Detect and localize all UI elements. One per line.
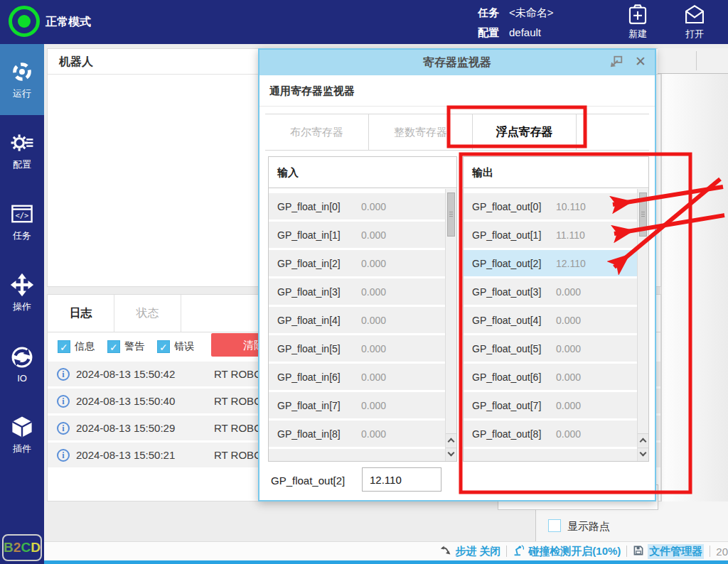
status-divider	[710, 546, 710, 557]
new-file-icon	[616, 3, 660, 27]
input-register-row[interactable]: GP_float_in[3]0.000	[269, 278, 445, 305]
output-register-row[interactable]: GP_float_out[0]10.110	[464, 193, 637, 219]
file-manager-button[interactable]: 文件管理器	[633, 544, 704, 559]
dialog-titlebar[interactable]: 寄存器监视器 ✕	[259, 50, 655, 75]
tab-int-registers[interactable]: 整数寄存器	[369, 114, 473, 150]
register-name: GP_float_in[1]	[277, 229, 341, 241]
gear-icon	[10, 130, 34, 156]
new-button-label: 新建	[628, 28, 647, 39]
output-register-row[interactable]: GP_float_out[5]0.000	[464, 335, 637, 362]
log-time: 2024-08-13 15:50:29	[76, 422, 184, 434]
input-register-row[interactable]: GP_float_in[7]0.000	[269, 392, 445, 418]
register-name: GP_float_in[3]	[277, 286, 341, 298]
input-register-row[interactable]: GP_float_in[5]0.000	[269, 335, 445, 362]
info-icon: i	[57, 422, 70, 435]
register-type-tabs: 布尔寄存器整数寄存器浮点寄存器	[265, 114, 649, 151]
output-register-row[interactable]: GP_float_out[1]11.110	[464, 222, 637, 248]
checkbox-icon[interactable]	[107, 340, 120, 353]
sidebar-item-config[interactable]: 配置	[0, 115, 44, 186]
scroll-up-icon[interactable]	[638, 433, 648, 447]
output-register-row[interactable]: GP_float_out[2]12.110	[464, 250, 637, 276]
input-scrollbar[interactable]	[445, 189, 456, 461]
input-register-row[interactable]: GP_float_in[2]0.000	[269, 250, 445, 276]
input-register-row[interactable]: GP_float_in[0]0.000	[269, 193, 445, 219]
sidebar-item-io[interactable]: IO	[0, 328, 44, 399]
scrollbar-thumb[interactable]	[447, 192, 455, 237]
scrollbar-thumb[interactable]	[639, 192, 647, 237]
sidebar-item-label: 运行	[13, 87, 31, 100]
scroll-down-icon[interactable]	[446, 448, 456, 461]
input-register-row[interactable]: GP_float_in[4]0.000	[269, 307, 445, 333]
register-value: 0.000	[361, 201, 386, 212]
register-name: GP_float_out[3]	[472, 286, 541, 298]
step-mode-indicator[interactable]: 步进 关闭	[440, 545, 500, 558]
register-name: GP_float_out[8]	[472, 428, 541, 440]
file-manager-label: 文件管理器	[648, 544, 704, 559]
register-name: GP_float_in[4]	[277, 315, 341, 326]
new-button[interactable]: 新建	[616, 3, 660, 40]
checkbox-icon[interactable]	[58, 340, 70, 353]
tab-float-registers[interactable]: 浮点寄存器	[473, 114, 577, 150]
close-icon[interactable]: ✕	[635, 53, 646, 70]
input-register-row[interactable]: GP_float_in[8]0.000	[269, 421, 445, 447]
sidebar-item-operate[interactable]: 操作	[0, 257, 44, 328]
scroll-down-icon[interactable]	[638, 448, 648, 461]
output-scrollbar[interactable]	[637, 189, 648, 461]
register-name: GP_float_in[0]	[277, 201, 341, 212]
register-value: 12.110	[556, 258, 586, 269]
output-register-row[interactable]: GP_float_out[6]0.000	[464, 364, 637, 390]
register-name: GP_float_out[1]	[472, 229, 541, 241]
info-icon: i	[57, 449, 70, 462]
sidebar-item-label: 操作	[13, 300, 31, 313]
input-register-row[interactable]: GP_float_in[6]0.000	[269, 364, 445, 390]
register-name: GP_float_out[0]	[472, 201, 541, 212]
popout-icon[interactable]	[609, 55, 623, 72]
output-register-row[interactable]: GP_float_out[4]0.000	[464, 307, 637, 333]
register-value: 0.000	[361, 258, 386, 269]
log-filter-警告[interactable]: 警告	[107, 340, 144, 353]
output-register-list: GP_float_out[0]10.110GP_float_out[1]11.1…	[464, 189, 637, 461]
log-filter-信息[interactable]: 信息	[58, 340, 95, 353]
code-window-icon: </>	[11, 201, 33, 227]
show-waypoints-label: 显示路点	[567, 520, 610, 533]
log-filter-错误[interactable]: 错误	[157, 340, 194, 353]
output-register-row[interactable]: GP_float_out[3]0.000	[464, 278, 637, 305]
sidebar-item-plugin[interactable]: 插件	[0, 399, 44, 470]
output-register-row[interactable]: GP_float_out[8]0.000	[464, 421, 637, 447]
open-button-label: 打开	[685, 28, 704, 39]
top-bar: 正常模式 任务<未命名> 配置default 新建 打开	[0, 0, 728, 44]
log-tab-状态[interactable]: 状态	[114, 295, 181, 332]
log-time: 2024-08-13 15:50:21	[76, 449, 184, 461]
checkbox-icon[interactable]	[157, 340, 170, 353]
register-name: GP_float_in[2]	[277, 258, 341, 269]
log-tab-日志[interactable]: 日志	[48, 295, 114, 332]
input-register-row[interactable]: GP_float_in[1]0.000	[269, 222, 445, 248]
register-value: 0.000	[556, 315, 581, 326]
tab-bool-registers[interactable]: 布尔寄存器	[265, 114, 369, 150]
sidebar: 运行配置</>任务操作IO插件 B2CD	[0, 44, 44, 564]
log-filters: 信息警告错误	[58, 336, 194, 357]
register-value: 0.000	[361, 229, 386, 241]
logo-letter: 2	[14, 540, 21, 555]
register-value: 0.000	[361, 400, 386, 411]
register-name: GP_float_in[6]	[277, 372, 341, 383]
sidebar-item-run[interactable]: 运行	[0, 44, 44, 115]
task-config-block: 任务<未命名> 配置default	[478, 3, 554, 43]
log-time: 2024-08-13 15:50:40	[76, 395, 184, 407]
input-column-header: 输入	[269, 157, 456, 188]
tab-empty-cell	[577, 114, 649, 150]
scroll-up-icon[interactable]	[446, 433, 456, 447]
sidebar-item-task[interactable]: </>任务	[0, 186, 44, 257]
show-waypoints-checkbox[interactable]	[548, 519, 561, 532]
register-name: GP_float_out[4]	[472, 315, 541, 326]
collision-indicator[interactable]: 碰撞检测开启(10%)	[513, 544, 621, 558]
edit-register-value-input[interactable]	[362, 467, 441, 492]
register-value: 0.000	[361, 286, 386, 298]
register-name: GP_float_out[7]	[472, 400, 541, 411]
open-button[interactable]: 打开	[673, 3, 717, 40]
log-filter-label: 错误	[174, 340, 194, 353]
collision-robot-icon	[513, 544, 525, 558]
sidebar-item-label: 配置	[13, 158, 31, 171]
io-arrows-icon	[10, 345, 34, 370]
output-register-row[interactable]: GP_float_out[7]0.000	[464, 392, 637, 418]
